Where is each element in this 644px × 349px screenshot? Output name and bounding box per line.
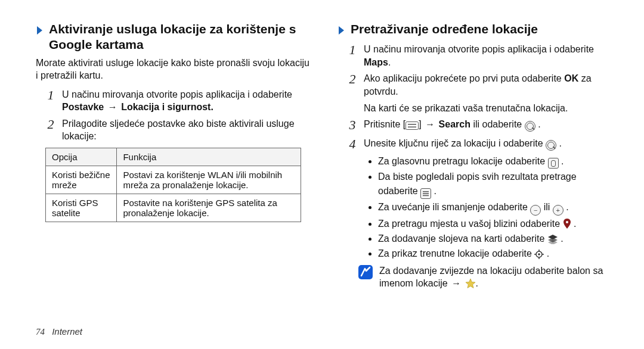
list-item: Za glasovnu pretragu lokacije odaberite … — [378, 154, 615, 169]
table-row: Koristi GPS satelite Postavite na korišt… — [46, 194, 301, 222]
pin-icon — [563, 219, 571, 229]
table-cell: Koristi bežične mreže — [46, 166, 117, 194]
right-step-4: 4 Unesite ključnu riječ za lokaciju i od… — [347, 137, 615, 151]
right-step-3: 3 Pritisnite [] → Search ili odaberite . — [347, 118, 615, 133]
table-cell: Postavite na korištenje GPS satelita za … — [117, 194, 301, 222]
text: Za dodavanje zvijezde na lokaciju odaber… — [379, 266, 603, 289]
search-icon — [546, 140, 556, 151]
text: ili — [544, 202, 553, 212]
star-icon — [465, 278, 476, 289]
ok-label: OK — [564, 73, 578, 83]
search-icon — [525, 121, 535, 132]
list-item: Za prikaz trenutne lokacije odaberite . — [378, 247, 615, 260]
search-label: Search — [439, 119, 470, 129]
svg-rect-0 — [406, 122, 419, 130]
app-name-maps: Maps — [364, 57, 388, 67]
columns: Aktiviranje usluga lokacije za korištenj… — [36, 21, 615, 290]
right-heading: Pretraživanje određene lokacije — [338, 21, 615, 39]
list-item: Da biste pogledali popis svih rezultata … — [378, 170, 615, 198]
svg-rect-5 — [423, 195, 429, 196]
table-cell: Postavi za korištenje WLAN i/ili mobilni… — [117, 166, 301, 194]
text: Za glasovnu pretragu lokacije odaberite — [378, 156, 548, 166]
svg-marker-17 — [466, 279, 475, 288]
text: Unesite ključnu riječ za lokaciju i odab… — [364, 138, 546, 148]
step-body: Pritisnite [] → Search ili odaberite . — [364, 118, 541, 133]
list-item: Za pretragu mjesta u vašoj blizini odabe… — [378, 217, 615, 230]
text: U načinu mirovanja otvorite popis aplika… — [364, 44, 594, 54]
list-icon — [420, 188, 431, 199]
text: Za prikaz trenutne lokacije odaberite — [378, 248, 534, 258]
table-header: Funkcija — [117, 148, 301, 166]
target-icon — [534, 250, 544, 259]
left-intro: Morate aktivirati usluge lokacije kako b… — [36, 57, 314, 82]
text: U načinu mirovanja otvorite popis aplika… — [62, 89, 292, 99]
table-row: Koristi bežične mreže Postavi za korište… — [46, 166, 301, 194]
page-footer: 74 Internet — [36, 326, 82, 337]
bullet-list: Za glasovnu pretragu lokacije odaberite … — [367, 154, 615, 261]
step-number: 1 — [45, 89, 56, 102]
zoom-in-icon: + — [553, 205, 564, 216]
svg-point-11 — [538, 254, 541, 256]
text: Za uvećanje ili smanjenje odaberite — [378, 202, 530, 212]
step-number: 4 — [347, 138, 358, 151]
svg-rect-3 — [423, 191, 429, 192]
svg-rect-1 — [408, 124, 416, 125]
left-step-2: 2 Prilagodite sljedeće postavke ako bist… — [45, 117, 314, 143]
table-cell: Koristi GPS satelite — [46, 194, 117, 222]
right-step-1: 1 U načinu mirovanja otvorite popis apli… — [347, 43, 615, 68]
left-heading-text: Aktiviranje usluga lokacije za korištenj… — [49, 21, 314, 53]
right-column: Pretraživanje određene lokacije 1 U nači… — [338, 21, 615, 290]
left-heading: Aktiviranje usluga lokacije za korištenj… — [36, 21, 314, 53]
arrow-icon: → — [450, 278, 462, 288]
page-number: 74 — [36, 327, 45, 336]
text: Na karti će se prikazati vaša trenutačna… — [364, 103, 568, 113]
microphone-icon — [548, 158, 559, 169]
menu-path-settings: Postavke — [62, 102, 104, 112]
menu-key-icon — [405, 120, 419, 133]
step-body: Prilagodite sljedeće postavke ako biste … — [62, 117, 314, 143]
step-body: U načinu mirovanja otvorite popis aplika… — [62, 88, 314, 114]
step-number: 3 — [347, 119, 358, 132]
arrow-icon: → — [424, 119, 436, 129]
page: Aktiviranje usluga lokacije za korištenj… — [0, 0, 644, 349]
note-icon — [358, 264, 373, 282]
step-body: Ako aplikaciju pokrećete po prvi puta od… — [364, 72, 615, 114]
svg-rect-4 — [423, 193, 429, 194]
step-number: 1 — [347, 43, 358, 57]
list-item: Za uvećanje ili smanjenje odaberite − il… — [378, 200, 615, 216]
options-table: Opcija Funkcija Koristi bežične mreže Po… — [45, 148, 301, 222]
left-column: Aktiviranje usluga lokacije za korištenj… — [36, 21, 314, 290]
svg-rect-2 — [408, 127, 416, 128]
chevron-right-icon — [338, 24, 346, 39]
text: Da biste pogledali popis svih rezultata … — [378, 172, 577, 195]
table-header-row: Opcija Funkcija — [46, 148, 301, 166]
note-text: Za dodavanje zvijezde na lokaciju odaber… — [379, 264, 615, 290]
step-body: U načinu mirovanja otvorite popis aplika… — [364, 43, 615, 68]
menu-path-location-security: Lokacija i sigurnost — [121, 102, 210, 112]
arrow-icon: → — [107, 102, 119, 112]
svg-rect-16 — [358, 265, 373, 279]
left-step-1: 1 U načinu mirovanja otvorite popis apli… — [45, 88, 314, 114]
section-name: Internet — [52, 326, 82, 336]
right-heading-text: Pretraživanje određene lokacije — [351, 21, 538, 37]
svg-point-6 — [566, 221, 568, 223]
right-step-2: 2 Ako aplikaciju pokrećete po prvi puta … — [347, 72, 615, 114]
step-body: Unesite ključnu riječ za lokaciju i odab… — [364, 137, 562, 151]
list-item: Za dodavanje slojeva na karti odaberite … — [378, 232, 615, 245]
layers-icon — [547, 235, 558, 244]
text: . — [476, 278, 478, 288]
note: Za dodavanje zvijezde na lokaciju odaber… — [358, 264, 615, 290]
step-number: 2 — [347, 73, 358, 86]
text: Za pretragu mjesta u vašoj blizini odabe… — [378, 219, 563, 229]
text: Za dodavanje slojeva na karti odaberite — [378, 233, 547, 244]
table-header: Opcija — [46, 148, 117, 166]
text: ili odaberite — [470, 119, 525, 129]
text: ] — [419, 119, 424, 129]
text: Pritisnite [ — [364, 119, 405, 129]
chevron-right-icon — [36, 24, 44, 39]
step-number: 2 — [45, 118, 56, 131]
text: Ako aplikaciju pokrećete po prvi puta od… — [364, 73, 564, 83]
zoom-out-icon: − — [530, 205, 541, 216]
